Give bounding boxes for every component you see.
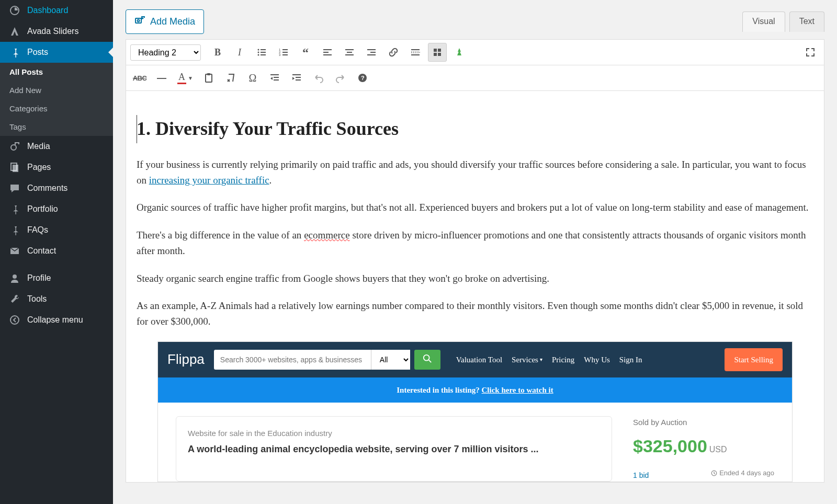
tab-text[interactable]: Text: [789, 12, 824, 32]
svg-rect-3: [13, 165, 18, 172]
sidebar-label: Pages: [27, 163, 51, 172]
svg-text:3: 3: [279, 53, 281, 56]
ul-button[interactable]: [252, 43, 271, 62]
toolbar-toggle-button[interactable]: [428, 43, 447, 62]
flippa-search-button[interactable]: [414, 350, 440, 370]
svg-point-9: [142, 18, 144, 19]
help-button[interactable]: ?: [353, 68, 372, 87]
sidebar-item-faqs[interactable]: FAQs: [0, 220, 113, 240]
fullscreen-button[interactable]: [801, 43, 820, 62]
link-button[interactable]: [384, 43, 403, 62]
svg-rect-25: [345, 49, 354, 50]
svg-rect-19: [282, 52, 288, 53]
nav-pricing[interactable]: Pricing: [552, 353, 574, 366]
svg-rect-30: [367, 54, 376, 55]
undo-button[interactable]: [309, 68, 328, 87]
wrench-icon: [7, 294, 22, 304]
strikethrough-button[interactable]: ABC: [130, 68, 149, 87]
clear-formatting-button[interactable]: [221, 68, 240, 87]
flippa-search-input[interactable]: [214, 350, 371, 370]
svg-point-49: [424, 355, 429, 361]
submenu-categories[interactable]: Categories: [0, 99, 113, 118]
text-color-button[interactable]: A▼: [174, 68, 196, 87]
listing-price: $325,000USD: [633, 432, 774, 460]
outdent-button[interactable]: [265, 68, 284, 87]
sidebar-item-dashboard[interactable]: Dashboard: [0, 0, 113, 21]
submenu-all-posts[interactable]: All Posts: [0, 63, 113, 81]
tab-visual[interactable]: Visual: [742, 12, 785, 32]
svg-rect-34: [434, 49, 437, 52]
pin-icon: [7, 47, 22, 58]
submenu-tags[interactable]: Tags: [0, 118, 113, 136]
nav-valuation[interactable]: Valuation Tool: [456, 353, 502, 366]
avada-builder-button[interactable]: [450, 43, 469, 62]
flippa-search-select[interactable]: All: [371, 350, 410, 370]
align-left-button[interactable]: [318, 43, 337, 62]
sidebar-item-collapse[interactable]: Collapse menu: [0, 310, 113, 330]
sidebar-item-media[interactable]: Media: [0, 136, 113, 157]
media-icon: [7, 141, 22, 152]
sidebar-label: Dashboard: [27, 6, 68, 15]
indent-button[interactable]: [287, 68, 306, 87]
sidebar-item-comments[interactable]: Comments: [0, 178, 113, 199]
mail-icon: [7, 246, 22, 256]
special-char-button[interactable]: Ω: [243, 68, 262, 87]
redo-button[interactable]: [331, 68, 350, 87]
sidebar-item-pages[interactable]: Pages: [0, 157, 113, 178]
sidebar-label: Avada Sliders: [27, 27, 78, 36]
svg-rect-33: [411, 54, 420, 55]
sidebar-label: Comments: [27, 184, 67, 193]
sidebar-label: Media: [27, 142, 50, 151]
svg-point-14: [258, 54, 259, 56]
content-heading: 1. Diversify Your Traffic Sources: [137, 114, 813, 144]
comment-icon: [7, 183, 22, 193]
svg-point-6: [10, 316, 19, 324]
italic-button[interactable]: I: [230, 43, 249, 62]
start-selling-button[interactable]: Start Selling: [725, 348, 783, 371]
listing-title: A world-leading animal encyclopedia webs…: [188, 443, 600, 456]
svg-rect-45: [296, 77, 301, 78]
svg-rect-36: [434, 53, 437, 56]
listing-card: Website for sale in the Education indust…: [176, 416, 612, 482]
paste-text-button[interactable]: T: [199, 68, 218, 87]
content-editor[interactable]: 1. Diversify Your Traffic Sources If you…: [126, 91, 824, 482]
collapse-icon: [7, 315, 22, 325]
nav-whyus[interactable]: Why Us: [584, 353, 610, 366]
sidebar-item-tools[interactable]: Tools: [0, 289, 113, 310]
sidebar-label: Posts: [27, 48, 48, 57]
add-media-button[interactable]: Add Media: [126, 9, 204, 34]
sidebar-item-profile[interactable]: Profile: [0, 268, 113, 289]
hr-button[interactable]: —: [152, 68, 171, 87]
sidebar-item-posts[interactable]: Posts: [0, 42, 113, 63]
submenu-add-new[interactable]: Add New: [0, 81, 113, 99]
svg-point-8: [138, 20, 140, 22]
nav-signin[interactable]: Sign In: [619, 353, 642, 366]
flippa-search: All: [214, 350, 440, 370]
blockquote-button[interactable]: “: [296, 43, 315, 62]
sidebar-item-contact[interactable]: Contact: [0, 240, 113, 261]
bid-count: 1 bid: [633, 469, 649, 481]
organic-traffic-link[interactable]: increasing your organic traffic: [149, 175, 269, 186]
svg-rect-27: [345, 54, 354, 55]
bold-button[interactable]: B: [208, 43, 227, 62]
format-select[interactable]: Heading 2: [130, 44, 201, 61]
align-right-button[interactable]: [362, 43, 381, 62]
watch-listing-link[interactable]: Click here to watch it: [482, 386, 553, 394]
svg-point-10: [258, 49, 259, 51]
svg-rect-15: [261, 54, 266, 55]
sidebar-item-portfolio[interactable]: Portfolio: [0, 199, 113, 220]
toolbar-row-1: Heading 2 B I 123 “: [126, 40, 824, 65]
flippa-logo: Flippa: [167, 349, 205, 371]
ol-button[interactable]: 123: [274, 43, 293, 62]
svg-rect-46: [296, 79, 301, 81]
sidebar-item-avada[interactable]: Avada Sliders: [0, 21, 113, 42]
svg-rect-31: [411, 49, 420, 50]
svg-rect-17: [282, 49, 288, 50]
more-button[interactable]: [406, 43, 425, 62]
align-center-button[interactable]: [340, 43, 359, 62]
flippa-banner: Interested in this listing? Click here t…: [158, 377, 792, 403]
svg-rect-41: [270, 74, 279, 75]
svg-rect-32: [411, 52, 420, 53]
content-paragraph: As an example, A-Z Animals had a relativ…: [137, 298, 813, 330]
nav-services[interactable]: Services▾: [512, 353, 542, 366]
